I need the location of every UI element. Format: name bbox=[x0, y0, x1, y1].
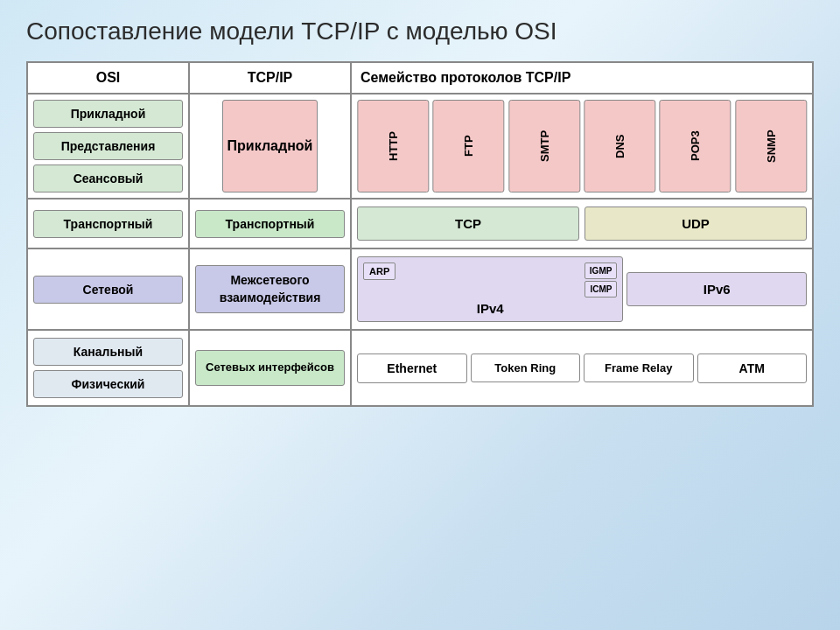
page-title: Сопоставление модели TCP/IP с моделью OS… bbox=[26, 18, 814, 46]
protocol-udp: UDP bbox=[584, 206, 807, 241]
network-row: Сетевой Межсетевого взаимодействия ARP I… bbox=[28, 249, 812, 331]
protocol-icmp: ICMP bbox=[584, 281, 617, 298]
protocol-ethernet: Ethernet bbox=[357, 354, 467, 383]
tcpip-transport: Транспортный bbox=[195, 210, 345, 238]
network-protocols-col: ARP IGMP ICMP IPv4 IPv6 bbox=[352, 249, 812, 329]
osi-datalink-col: Канальный Физический bbox=[28, 331, 190, 405]
protocol-http: HTTP bbox=[357, 100, 429, 192]
protocol-smtp: SMTP bbox=[508, 100, 580, 192]
protocol-ipv6: IPv6 bbox=[626, 272, 807, 306]
family-header: Семейство протоколов TCP/IP bbox=[352, 63, 812, 93]
app-row: Прикладной Представления Сеансовый Прикл… bbox=[28, 94, 812, 200]
osi-header: OSI bbox=[28, 63, 190, 93]
tcpip-network-col: Межсетевого взаимодействия bbox=[190, 249, 352, 329]
osi-network-col: Сетевой bbox=[28, 249, 190, 329]
protocol-snmp: SNMP bbox=[735, 100, 807, 192]
protocol-igmp: IGMP bbox=[584, 262, 618, 279]
osi-transport-col: Транспортный bbox=[28, 200, 190, 248]
header-row: OSI TCP/IP Семейство протоколов TCP/IP bbox=[28, 63, 812, 94]
datalink-protocols-col: Ethernet Token Ring Frame Relay ATM bbox=[352, 331, 812, 405]
diagram: OSI TCP/IP Семейство протоколов TCP/IP П… bbox=[26, 61, 814, 407]
tcpip-transport-col: Транспортный bbox=[190, 200, 352, 248]
osi-transport: Транспортный bbox=[33, 210, 183, 238]
protocol-tcp: TCP bbox=[357, 206, 579, 241]
protocol-arp: ARP bbox=[363, 262, 396, 280]
tcpip-app-col: Прикладной bbox=[190, 94, 352, 198]
osi-application: Прикладной bbox=[33, 100, 183, 128]
igmp-icmp-container: IGMP ICMP bbox=[402, 262, 617, 298]
osi-presentation: Представления bbox=[33, 132, 183, 160]
osi-physical: Физический bbox=[33, 370, 183, 398]
datalink-row: Канальный Физический Сетевых интерфейсов… bbox=[28, 331, 812, 405]
tcpip-internet: Межсетевого взаимодействия bbox=[195, 265, 345, 313]
transport-protocols-col: TCP UDP bbox=[352, 200, 812, 248]
osi-network: Сетевой bbox=[33, 276, 183, 304]
osi-app-col: Прикладной Представления Сеансовый bbox=[28, 94, 190, 198]
tcpip-header: TCP/IP bbox=[190, 63, 352, 93]
transport-row: Транспортный Транспортный TCP UDP bbox=[28, 200, 812, 249]
protocol-atm: ATM bbox=[697, 354, 808, 383]
ipv4-area: ARP IGMP ICMP IPv4 bbox=[357, 256, 623, 322]
protocol-token-ring: Token Ring bbox=[471, 354, 581, 382]
protocol-frame-relay: Frame Relay bbox=[584, 354, 694, 382]
tcpip-application: Прикладной bbox=[222, 100, 318, 192]
tcpip-datalink-col: Сетевых интерфейсов bbox=[190, 331, 352, 405]
page-container: Сопоставление модели TCP/IP с моделью OS… bbox=[0, 0, 840, 630]
protocol-dns: DNS bbox=[584, 100, 655, 192]
app-protocols-col: HTTP FTP SMTP DNS POP3 SNMP bbox=[352, 94, 812, 198]
protocol-ipv4: IPv4 bbox=[363, 301, 617, 316]
osi-datalink: Канальный bbox=[33, 338, 183, 366]
osi-session: Сеансовый bbox=[33, 164, 183, 192]
protocol-ftp: FTP bbox=[432, 100, 504, 192]
tcpip-network-access: Сетевых интерфейсов bbox=[195, 350, 345, 385]
protocol-pop3: POP3 bbox=[659, 100, 731, 192]
